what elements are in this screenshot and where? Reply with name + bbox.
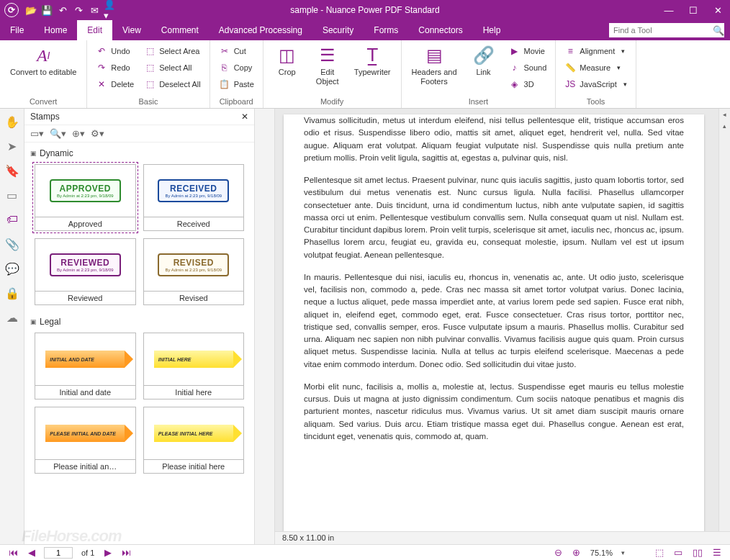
menu-file[interactable]: File — [0, 20, 34, 40]
doc-paragraph: In mauris. Pellentesque dui nisi, iaculi… — [304, 271, 684, 371]
open-icon[interactable]: 📂 — [24, 4, 37, 17]
typewriter-button[interactable]: T̲Typewriter — [350, 43, 395, 78]
movie-button[interactable]: ▶Movie — [506, 43, 550, 59]
panel-settings-icon[interactable]: ⚙▾ — [91, 128, 104, 139]
javascript-button[interactable]: JSJavaScript▾ — [562, 76, 629, 92]
close-button[interactable]: ✕ — [706, 0, 730, 20]
first-page-button[interactable]: ⏮ — [7, 547, 19, 558]
group-insert: Insert — [407, 96, 550, 108]
find-tool[interactable]: 🔍 — [609, 23, 724, 37]
doc-paragraph: Pellentesque sit amet lectus. Praesent p… — [304, 174, 684, 261]
convert-button[interactable]: AI Convert to editable — [6, 43, 81, 78]
window-title: sample - Nuance Power PDF Standard — [290, 5, 439, 15]
link-button[interactable]: 🔗Link — [466, 43, 502, 78]
doc-paragraph: Vivamus sollicitudin, metus ut interdum … — [304, 114, 684, 164]
page-dimensions: 8.50 x 11.00 in — [275, 531, 730, 544]
stamps-panel: Stamps ✕ ▭▾ 🔍▾ ⊕▾ ⚙▾ Dynamic APPROVEDBy … — [24, 109, 255, 544]
redo-icon[interactable]: ↷ — [72, 4, 85, 17]
search-icon[interactable]: 🔍 — [713, 25, 724, 36]
last-page-button[interactable]: ⏭ — [120, 547, 132, 558]
stamp-revised[interactable]: REVISEDBy Admin at 2:23 pm, 9/18/09Revis… — [143, 238, 245, 305]
menu-comment[interactable]: Comment — [151, 20, 209, 40]
document-viewport[interactable]: Vivamus sollicitudin, metus ut interdum … — [275, 109, 718, 544]
attachment-icon[interactable]: 📎 — [4, 235, 21, 253]
stamp-initial-here[interactable]: INITIAL HEREInitial here — [143, 333, 245, 399]
panel-close-icon[interactable]: ✕ — [241, 112, 248, 122]
group-modify: Modify — [269, 96, 395, 108]
stamp-approved[interactable]: APPROVEDBy Admin at 2:23 pm, 9/18/09Appr… — [35, 164, 136, 231]
deselect-all-button[interactable]: ⬚Deselect All — [141, 76, 203, 92]
panel-title: Stamps — [30, 112, 60, 122]
pages-icon[interactable]: ▭ — [4, 186, 21, 204]
panel-search-icon[interactable]: 🔍▾ — [50, 128, 66, 139]
comments-icon[interactable]: 💬 — [4, 260, 21, 277]
stamp-please-initial-an-[interactable]: PLEASE INITIAL AND DATEPlease initial an… — [35, 407, 136, 474]
select-area-button[interactable]: ⬚Select Area — [141, 43, 203, 59]
3d-button[interactable]: ◈3D — [506, 76, 550, 92]
scroll-up-icon[interactable]: ▴ — [719, 120, 730, 132]
menu-adv-processing[interactable]: Advanced Processing — [209, 20, 312, 40]
next-page-button[interactable]: ▶ — [103, 547, 113, 558]
document-area: Vivamus sollicitudin, metus ut interdum … — [255, 109, 730, 544]
undo-icon[interactable]: ↶ — [56, 4, 69, 17]
user-icon[interactable]: 👤▾ — [104, 4, 117, 17]
stamp-reviewed[interactable]: REVIEWEDBy Admin at 2:23 pm, 9/18/09Revi… — [35, 238, 136, 305]
headers-footers-button[interactable]: ▤Headers and Footers — [407, 43, 461, 88]
panel-options-icon[interactable]: ▭▾ — [30, 128, 44, 139]
menu-view[interactable]: View — [112, 20, 151, 40]
group-tools: Tools — [562, 96, 629, 108]
cut-button[interactable]: ✂Cut — [216, 43, 257, 59]
minimize-button[interactable]: — — [657, 0, 681, 20]
edit-object-button[interactable]: ☰Edit Object — [310, 43, 346, 88]
maximize-button[interactable]: ☐ — [681, 0, 706, 20]
zoom-in-button[interactable]: ⊕ — [571, 547, 582, 558]
sound-button[interactable]: ♪Sound — [506, 60, 550, 76]
left-rail: ✋ ➤ 🔖 ▭ 🏷 📎 💬 🔒 ☁ — [0, 109, 24, 544]
stamp-received[interactable]: RECEIVEDBy Admin at 2:23 pm, 9/18/09Rece… — [143, 164, 245, 231]
crop-button[interactable]: ◫Crop — [269, 43, 305, 78]
alignment-button[interactable]: ≡Alignment▾ — [562, 43, 629, 59]
stamp-initial-and-date[interactable]: INITIAL AND DATEInitial and date — [35, 333, 136, 399]
mail-icon[interactable]: ✉ — [88, 4, 101, 17]
paste-button[interactable]: 📋Paste — [216, 76, 257, 92]
delete-button[interactable]: ✕Delete — [93, 76, 137, 92]
two-page-button[interactable]: ▯▯ — [691, 547, 704, 558]
prev-page-button[interactable]: ◀ — [27, 547, 37, 558]
bookmark-icon[interactable]: 🔖 — [4, 162, 21, 179]
doc-ruler — [255, 109, 275, 544]
find-tool-input[interactable] — [613, 26, 713, 35]
fit-page-button[interactable]: ▭ — [672, 547, 684, 558]
redo-button[interactable]: ↷Redo — [93, 60, 137, 76]
save-icon[interactable]: 💾 — [40, 4, 53, 17]
app-logo: ⟳ — [4, 3, 19, 17]
fit-width-button[interactable]: ⬚ — [654, 547, 665, 558]
ribbon: AI Convert to editable Convert ↶Undo ↷Re… — [0, 40, 730, 109]
zoom-out-button[interactable]: ⊖ — [553, 547, 564, 558]
continuous-button[interactable]: ☰ — [711, 547, 723, 558]
select-all-button[interactable]: ⬚Select All — [141, 60, 203, 76]
panel-add-icon[interactable]: ⊕▾ — [72, 128, 85, 139]
copy-button[interactable]: ⎘Copy — [216, 60, 257, 76]
titlebar: ⟳ 📂 💾 ↶ ↷ ✉ 👤▾ sample - Nuance Power PDF… — [0, 0, 730, 20]
pointer-icon[interactable]: ➤ — [4, 137, 21, 155]
category-dynamic[interactable]: Dynamic — [30, 145, 248, 161]
page-of: of 1 — [80, 548, 96, 557]
stamp-please-initial-here[interactable]: PLEASE INITIAL HEREPlease initial here — [143, 407, 245, 474]
category-legal[interactable]: Legal — [30, 314, 248, 330]
menu-edit[interactable]: Edit — [77, 20, 112, 40]
cloud-icon[interactable]: ☁ — [4, 309, 21, 326]
stamps-icon[interactable]: 🏷 — [4, 211, 21, 228]
security-icon[interactable]: 🔒 — [4, 284, 21, 302]
undo-button[interactable]: ↶Undo — [93, 43, 137, 59]
group-clipboard: Clipboard — [216, 96, 257, 108]
menu-forms[interactable]: Forms — [364, 20, 408, 40]
page-input[interactable] — [44, 547, 73, 559]
scroll-up-icon[interactable]: ◂ — [719, 109, 730, 120]
menu-help[interactable]: Help — [473, 20, 511, 40]
vertical-scrollbar[interactable]: ◂ ▴ ▾ — [718, 109, 730, 544]
menu-home[interactable]: Home — [34, 20, 77, 40]
measure-button[interactable]: 📏Measure▾ — [562, 60, 629, 76]
menu-connectors[interactable]: Connectors — [408, 20, 472, 40]
hand-tool-icon[interactable]: ✋ — [4, 113, 21, 130]
menu-security[interactable]: Security — [312, 20, 364, 40]
